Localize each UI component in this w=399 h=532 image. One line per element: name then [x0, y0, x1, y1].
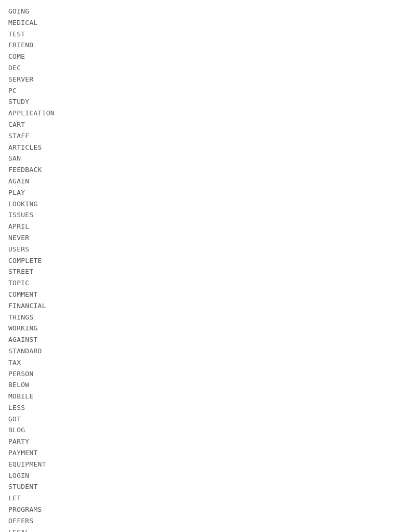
- list-item: LET: [8, 493, 391, 504]
- list-item: COMPLETE: [8, 256, 391, 267]
- list-item: PERSON: [8, 369, 391, 380]
- list-item: PC: [8, 86, 391, 97]
- list-item: ARTICLES: [8, 142, 391, 153]
- list-item: TEST: [8, 29, 391, 40]
- list-item: PARTY: [8, 436, 391, 447]
- list-item: OFFERS: [8, 516, 391, 527]
- list-item: NEVER: [8, 233, 391, 244]
- list-item: AGAINST: [8, 335, 391, 345]
- list-item: PAYMENT: [8, 448, 391, 459]
- list-item: ISSUES: [8, 210, 391, 221]
- list-item: BLOG: [8, 425, 391, 436]
- list-item: STANDARD: [8, 346, 391, 357]
- list-item: USERS: [8, 244, 391, 255]
- list-item: PLAY: [8, 188, 391, 198]
- list-item: LESS: [8, 403, 391, 414]
- list-item: SAN: [8, 153, 391, 164]
- word-list: GOINGMEDICALTESTFRIENDCOMEDECSERVERPCSTU…: [8, 6, 391, 532]
- list-item: LOGIN: [8, 471, 391, 482]
- list-item: TAX: [8, 357, 391, 368]
- list-item: CART: [8, 119, 391, 130]
- list-item: APPLICATION: [8, 108, 391, 119]
- list-item: STREET: [8, 267, 391, 277]
- list-item: FINANCIAL: [8, 301, 391, 312]
- list-item: GOT: [8, 414, 391, 425]
- list-item: EQUIPMENT: [8, 459, 391, 470]
- list-item: LEGAL: [8, 527, 391, 532]
- list-item: THINGS: [8, 312, 391, 323]
- list-item: TOPIC: [8, 278, 391, 289]
- list-item: STAFF: [8, 131, 391, 142]
- list-item: LOOKING: [8, 199, 391, 210]
- list-item: AGAIN: [8, 176, 391, 187]
- list-item: DEC: [8, 63, 391, 74]
- list-item: STUDY: [8, 97, 391, 108]
- list-item: COMMENT: [8, 289, 391, 300]
- list-item: MEDICAL: [8, 18, 391, 29]
- list-item: STUDENT: [8, 482, 391, 493]
- list-item: FEEDBACK: [8, 165, 391, 176]
- list-item: COME: [8, 51, 391, 62]
- list-item: FRIEND: [8, 40, 391, 51]
- list-item: BELOW: [8, 380, 391, 391]
- list-item: PROGRAMS: [8, 504, 391, 515]
- list-item: SERVER: [8, 74, 391, 85]
- list-item: MOBILE: [8, 391, 391, 402]
- list-item: WORKING: [8, 323, 391, 334]
- list-item: GOING: [8, 6, 391, 17]
- list-item: APRIL: [8, 221, 391, 232]
